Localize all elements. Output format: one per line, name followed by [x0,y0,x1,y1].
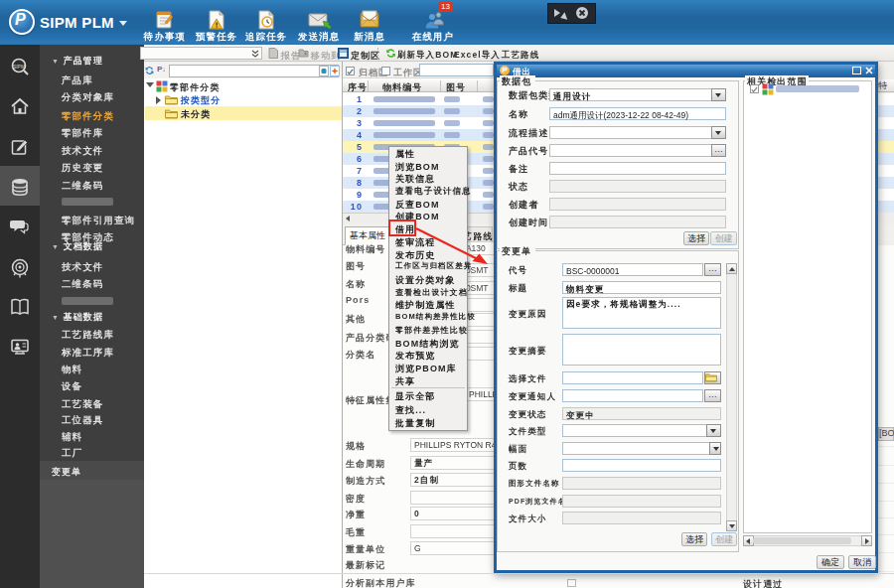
svg-text:SIPM: SIPM [13,64,25,70]
